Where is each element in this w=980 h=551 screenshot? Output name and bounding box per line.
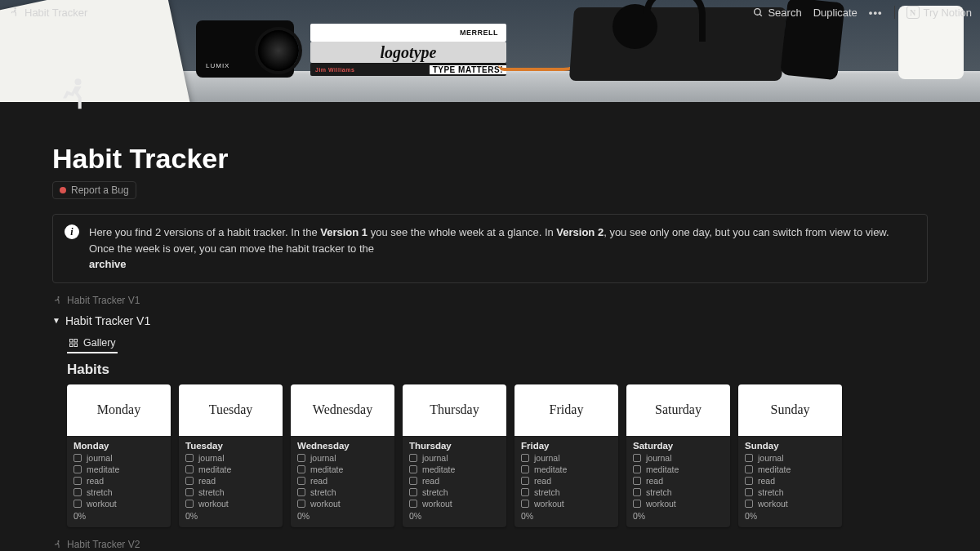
habit-row: read: [185, 476, 276, 486]
checkbox[interactable]: [185, 454, 194, 462]
gallery-card[interactable]: WednesdayWednesdayjournalmeditatereadstr…: [291, 384, 394, 527]
caret-down-icon: ▼: [52, 316, 60, 325]
card-body: Saturdayjournalmeditatereadstretchworkou…: [626, 436, 730, 527]
duplicate-button[interactable]: Duplicate: [813, 7, 858, 19]
checkbox[interactable]: [185, 465, 194, 473]
habit-label: meditate: [87, 464, 119, 474]
checkbox[interactable]: [521, 477, 529, 485]
cover-book-mid: logotype: [310, 42, 506, 63]
habit-label: stretch: [87, 487, 113, 497]
checkbox[interactable]: [409, 454, 417, 462]
checkbox[interactable]: [185, 500, 194, 508]
card-body: Thursdayjournalmeditatereadstretchworkou…: [403, 436, 506, 527]
card-cover: Wednesday: [291, 384, 394, 436]
checkbox[interactable]: [521, 500, 529, 508]
habit-row: workout: [297, 499, 388, 509]
page-title: Habit Tracker: [52, 102, 928, 175]
gallery-icon: [69, 338, 78, 348]
report-bug-link[interactable]: Report a Bug: [52, 181, 136, 199]
checkbox[interactable]: [633, 477, 641, 485]
checkbox[interactable]: [745, 454, 753, 462]
search-button[interactable]: Search: [753, 7, 801, 19]
checkbox[interactable]: [74, 500, 82, 508]
habit-row: meditate: [74, 464, 164, 474]
habit-label: journal: [534, 453, 560, 463]
habit-label: workout: [87, 499, 117, 509]
habit-label: meditate: [422, 464, 455, 474]
tab-gallery[interactable]: Gallery: [67, 334, 118, 353]
database-title[interactable]: Habits: [52, 362, 928, 378]
checkbox[interactable]: [297, 454, 305, 462]
habit-label: stretch: [758, 487, 784, 497]
checkbox[interactable]: [297, 465, 305, 473]
svg-rect-7: [70, 344, 74, 347]
habit-label: read: [534, 476, 551, 486]
habit-label: workout: [758, 499, 788, 509]
habit-label: journal: [646, 453, 672, 463]
svg-point-0: [15, 7, 16, 9]
habit-row: journal: [521, 453, 612, 463]
gallery-card[interactable]: TuesdayTuesdayjournalmeditatereadstretch…: [179, 384, 283, 527]
gallery-card[interactable]: SaturdaySaturdayjournalmeditatereadstret…: [626, 384, 730, 527]
checkbox[interactable]: [745, 477, 753, 485]
checkbox[interactable]: [297, 477, 305, 485]
checkbox[interactable]: [409, 488, 417, 496]
habit-row: workout: [745, 499, 835, 509]
linked-db-v2[interactable]: Habit Tracker V2: [52, 539, 140, 550]
checkbox[interactable]: [297, 500, 305, 508]
checkbox[interactable]: [633, 500, 641, 508]
habit-row: read: [297, 476, 388, 486]
card-title: Saturday: [633, 441, 724, 451]
checkbox[interactable]: [633, 465, 641, 473]
card-body: Sundayjournalmeditatereadstretchworkout0…: [738, 436, 842, 527]
breadcrumb-title[interactable]: Habit Tracker: [24, 7, 87, 19]
habit-label: workout: [310, 499, 341, 509]
toggle-v1[interactable]: ▼ Habit Tracker V1: [52, 314, 928, 327]
page-icon[interactable]: [56, 76, 91, 112]
checkbox[interactable]: [74, 454, 82, 462]
checkbox[interactable]: [521, 454, 529, 462]
gallery-card[interactable]: FridayFridayjournalmeditatereadstretchwo…: [514, 384, 618, 527]
linked-db-v1[interactable]: Habit Tracker V1: [52, 295, 140, 306]
search-label: Search: [768, 7, 801, 19]
progress-percent: 0%: [74, 511, 164, 521]
svg-rect-8: [74, 344, 78, 347]
checkbox[interactable]: [633, 454, 641, 462]
info-icon: i: [65, 224, 79, 239]
gallery-card[interactable]: MondayMondayjournalmeditatereadstretchwo…: [67, 384, 171, 527]
habit-row: meditate: [521, 464, 612, 474]
checkbox[interactable]: [409, 465, 417, 473]
checkbox[interactable]: [745, 488, 753, 496]
habit-label: read: [87, 476, 104, 486]
gallery-card[interactable]: SundaySundayjournalmeditatereadstretchwo…: [738, 384, 842, 527]
checkbox[interactable]: [409, 500, 417, 508]
more-menu[interactable]: •••: [869, 7, 883, 19]
checkbox[interactable]: [409, 477, 417, 485]
checkbox[interactable]: [74, 465, 82, 473]
card-cover: Thursday: [403, 384, 506, 436]
checkbox[interactable]: [74, 488, 82, 496]
habit-row: stretch: [745, 487, 835, 497]
card-body: Wednesdayjournalmeditatereadstretchworko…: [291, 436, 394, 527]
habit-row: meditate: [409, 464, 500, 474]
checkbox[interactable]: [185, 488, 194, 496]
habit-row: stretch: [297, 487, 388, 497]
svg-point-1: [755, 8, 761, 15]
divider: [894, 6, 895, 19]
info-callout: i Here you find 2 versions of a habit tr…: [52, 214, 928, 283]
try-notion-button[interactable]: N Try Notion: [906, 6, 972, 19]
habit-row: meditate: [633, 464, 724, 474]
checkbox[interactable]: [74, 477, 82, 485]
card-body: Fridayjournalmeditatereadstretchworkout0…: [514, 436, 618, 527]
checkbox[interactable]: [633, 488, 641, 496]
checkbox[interactable]: [185, 477, 194, 485]
gallery-card[interactable]: ThursdayThursdayjournalmeditatereadstret…: [403, 384, 506, 527]
checkbox[interactable]: [521, 488, 529, 496]
progress-percent: 0%: [521, 511, 612, 521]
checkbox[interactable]: [521, 465, 529, 473]
card-title: Friday: [521, 441, 612, 451]
checkbox[interactable]: [745, 465, 753, 473]
card-title: Sunday: [745, 441, 835, 451]
checkbox[interactable]: [297, 488, 305, 496]
checkbox[interactable]: [745, 500, 753, 508]
